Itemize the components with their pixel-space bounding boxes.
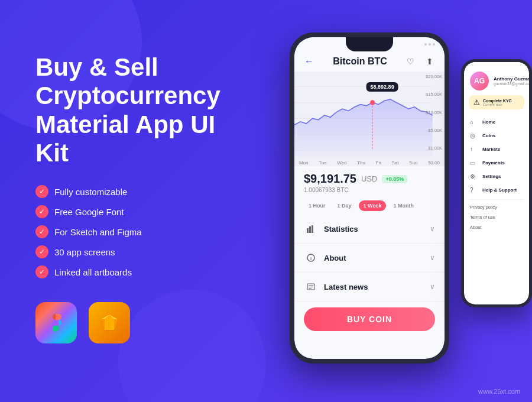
about-label: About bbox=[324, 254, 346, 262]
kyc-warning-icon: ⚠ bbox=[473, 98, 480, 106]
user-info: Anthony Guzman guzman33@gmail.com bbox=[494, 76, 529, 86]
heart-icon[interactable]: ♡ bbox=[406, 56, 416, 67]
price-badge: +0.05% bbox=[382, 175, 407, 183]
feature-item-1: ✓ Fully customizable bbox=[35, 185, 248, 198]
price-tooltip: $8,892.89 bbox=[366, 82, 398, 92]
status-dot-2 bbox=[429, 43, 431, 46]
phone-2-screen: AG Anthony Guzman guzman33@gmail.com ⚠ C… bbox=[464, 62, 529, 304]
nav-help-label: Help & Support bbox=[482, 187, 517, 193]
nav-home-label: Home bbox=[482, 119, 495, 125]
feature-item-4: ✓ 30 app screens bbox=[35, 245, 248, 258]
news-label: Latest news bbox=[324, 283, 368, 291]
tool-icons bbox=[35, 302, 248, 343]
feature-label-3: For Sketch and Figma bbox=[54, 227, 142, 237]
nav-item-home[interactable]: ⌂ Home bbox=[464, 115, 529, 129]
phone-notch bbox=[346, 37, 393, 51]
phone-screen: ← Bitcoin BTC ♡ ⬆ $20.00K $15.00K $10.00… bbox=[294, 37, 445, 359]
buy-coin-button[interactable]: BUY COIN bbox=[304, 307, 435, 331]
feature-label-5: Linked all artboards bbox=[54, 267, 132, 277]
share-icon[interactable]: ⬆ bbox=[424, 56, 435, 67]
kyc-info: Complete KYC Current task bbox=[483, 99, 512, 106]
time-1hour[interactable]: 1 Hour bbox=[304, 200, 330, 211]
price-btc: 1.00067933 BTC bbox=[304, 187, 435, 193]
time-1day[interactable]: 1 Day bbox=[333, 200, 356, 211]
accordion-about-left: i About bbox=[304, 251, 346, 265]
time-filter: 1 Hour 1 Day 1 Week 1 Month bbox=[294, 197, 445, 215]
price-currency: USD bbox=[361, 174, 377, 183]
user-email: guzman33@gmail.com bbox=[494, 82, 529, 86]
nav-markets-label: Markets bbox=[482, 147, 500, 152]
main-title: Buy & SellCryptocurrencyMaterial App UI … bbox=[35, 53, 248, 167]
accordion-statistics[interactable]: Statistics ∨ bbox=[294, 215, 445, 244]
chart-x-labels: Mon Tue Wed Thu Fri Sat Sun $0.00 bbox=[294, 159, 445, 167]
feature-item-5: ✓ Linked all artboards bbox=[35, 265, 248, 278]
footer-link-privacy[interactable]: Privacy policy bbox=[464, 202, 529, 212]
nav-coins-label: Coins bbox=[482, 133, 495, 138]
left-panel: Buy & SellCryptocurrencyMaterial App UI … bbox=[35, 53, 248, 343]
feature-label-2: Free Google Font bbox=[54, 207, 124, 217]
nav-settings-label: Settings bbox=[482, 174, 501, 179]
kyc-sublabel: Current task bbox=[483, 103, 512, 106]
features-list: ✓ Fully customizable ✓ Free Google Font … bbox=[35, 185, 248, 278]
chart-y-labels: $20.00K $15.00K $10.00K $5.00K $1.00K bbox=[426, 74, 442, 151]
nav-payments-label: Payments bbox=[482, 160, 505, 166]
check-icon-4: ✓ bbox=[35, 245, 48, 258]
x-label-sun: Sun bbox=[409, 160, 417, 166]
svg-rect-17 bbox=[312, 225, 313, 233]
x-label-wed: Wed bbox=[337, 160, 346, 166]
y-label-4: $5.00K bbox=[426, 128, 442, 133]
x-label-sat: Sat bbox=[391, 160, 398, 166]
settings-icon: ⚙ bbox=[470, 173, 478, 180]
check-icon-2: ✓ bbox=[35, 205, 48, 218]
price-main: $9,191.75 bbox=[304, 172, 356, 186]
nav-item-markets[interactable]: ↑ Markets bbox=[464, 142, 529, 156]
coins-icon: ◎ bbox=[470, 132, 478, 139]
help-icon: ? bbox=[470, 187, 478, 193]
x-label-fri: Fri bbox=[376, 160, 381, 166]
x-label-tue: Tue bbox=[319, 160, 327, 166]
nav-item-help[interactable]: ? Help & Support bbox=[464, 183, 529, 197]
svg-text:i: i bbox=[310, 256, 312, 261]
phone-main: ← Bitcoin BTC ♡ ⬆ $20.00K $15.00K $10.00… bbox=[290, 33, 449, 364]
header-actions: ♡ ⬆ bbox=[406, 56, 435, 67]
accordion-news-left: Latest news bbox=[304, 280, 368, 294]
kyc-banner[interactable]: ⚠ Complete KYC Current task bbox=[469, 95, 524, 109]
back-icon[interactable]: ← bbox=[304, 56, 314, 67]
news-chevron: ∨ bbox=[430, 283, 435, 291]
footer-link-about[interactable]: About bbox=[464, 222, 529, 232]
accordion-about[interactable]: i About ∨ bbox=[294, 244, 445, 273]
statistics-icon bbox=[304, 222, 318, 236]
feature-item-2: ✓ Free Google Font bbox=[35, 205, 248, 218]
status-dots bbox=[424, 43, 435, 46]
status-dot-3 bbox=[433, 43, 435, 46]
footer-link-terms[interactable]: Terms of use bbox=[464, 212, 529, 222]
svg-rect-16 bbox=[309, 226, 311, 233]
y-label-5: $1.00K bbox=[426, 145, 442, 151]
time-1week[interactable]: 1 Week bbox=[359, 200, 387, 211]
statistics-label: Statistics bbox=[324, 225, 358, 234]
feature-label-1: Fully customizable bbox=[54, 187, 127, 197]
user-name: Anthony Guzman bbox=[494, 76, 529, 82]
news-icon bbox=[304, 280, 318, 294]
y-label-2: $15.00K bbox=[426, 92, 442, 97]
accordion-latest-news[interactable]: Latest news ∨ bbox=[294, 273, 445, 302]
user-header: AG Anthony Guzman guzman33@gmail.com bbox=[464, 62, 529, 95]
check-icon-5: ✓ bbox=[35, 265, 48, 278]
x-label-mon: Mon bbox=[299, 160, 309, 166]
x-label-thu: Thu bbox=[357, 160, 365, 166]
sidebar-divider bbox=[470, 199, 523, 200]
figma-icon bbox=[35, 302, 77, 343]
sidebar-navigation: ⌂ Home ◎ Coins ↑ Markets ▭ Payments ⚙ Se… bbox=[464, 113, 529, 235]
y-label-3: $10.00K bbox=[426, 110, 442, 115]
nav-item-payments[interactable]: ▭ Payments bbox=[464, 156, 529, 170]
nav-item-settings[interactable]: ⚙ Settings bbox=[464, 170, 529, 183]
time-1month[interactable]: 1 Month bbox=[388, 200, 419, 211]
user-avatar: AG bbox=[470, 72, 489, 90]
about-chevron: ∨ bbox=[430, 254, 435, 262]
about-icon: i bbox=[304, 251, 318, 265]
phone-sidebar: AG Anthony Guzman guzman33@gmail.com ⚠ C… bbox=[461, 59, 532, 307]
nav-item-coins[interactable]: ◎ Coins bbox=[464, 129, 529, 142]
x-label-zero: $0.00 bbox=[428, 160, 440, 166]
y-label-1: $20.00K bbox=[426, 74, 442, 79]
statistics-chevron: ∨ bbox=[430, 225, 435, 233]
